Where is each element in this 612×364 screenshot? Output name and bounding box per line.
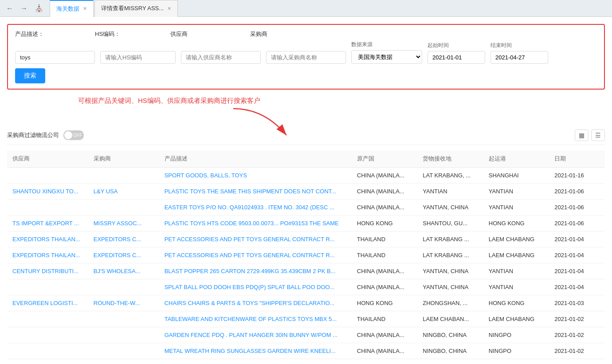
buyer-label: 采购商 [250,30,330,38]
product-input[interactable] [15,51,95,64]
cell-dest: YANTIAN, CHINA [417,263,483,279]
cell-dest: YANTIAN, CHINA [417,279,483,295]
cell-origin: CHINA (MAINLA... [352,263,418,279]
cell-product-link[interactable]: PLASTIC TOYS THE SAME THIS SHIPMENT DOES… [165,188,336,195]
cell-product[interactable]: SPORT GOODS, BALLS, TOYS [159,168,352,184]
cell-product[interactable]: CHAIRS CHAIRS & PARTS & TOYS "SHIPPER'S … [159,295,352,311]
cell-product[interactable]: PLASTIC TOYS THE SAME THIS SHIPMENT DOES… [159,184,352,200]
cell-buyer-link[interactable]: EXPEDITORS C... [94,252,141,258]
cell-supplier[interactable]: EXPEDITORS THAILAN... [7,247,88,263]
cell-supplier [7,343,88,359]
tab-customs-label: 海关数据 [56,5,79,13]
cell-product[interactable]: METAL WREATH RING SUNGLASSES GARDEN WIRE… [159,343,352,359]
cell-date: 2021-01-04 [549,231,605,247]
cell-buyer-link[interactable]: EXPEDITORS C... [94,236,141,243]
forward-button[interactable]: → [18,4,30,12]
list-view-button[interactable]: ☰ [591,129,605,141]
table-header-row: 供应商 采购商 产品描述 原产国 货物接收地 起运港 日期 [7,150,605,168]
cell-buyer [88,279,159,295]
search-button[interactable]: 搜索 [15,68,45,83]
cell-date: 2021-01-06 [549,184,605,200]
tab-customs-close[interactable]: ✕ [83,6,87,12]
cell-port: HONG KONG [483,295,549,311]
filter-right: ▦ ☰ [575,129,605,141]
cell-supplier-link[interactable]: CENTURY DISTRIBUTI... [12,268,78,274]
grid-view-button[interactable]: ▦ [575,129,588,141]
cell-date: 2021-01-04 [549,279,605,295]
table-row: EVERGREEN LOGISTI...ROUND-THE-W...CHAIRS… [7,295,605,311]
cell-product-link[interactable]: EASTER TOYS P/O NO. QA91024933 . ITEM NO… [165,204,334,211]
cell-dest: YANTIAN, CHINA [417,200,483,215]
cell-buyer[interactable]: L&Y USA [88,184,159,200]
toggle-state-label: OFF [73,133,82,138]
cell-buyer [88,343,159,359]
cell-buyer[interactable]: ROUND-THE-W... [88,295,159,311]
cell-product[interactable]: SPLAT BALL POO DOOH EBS PDQ(P) SPLAT BAL… [159,279,352,295]
cell-buyer[interactable]: EXPEDITORS C... [88,247,159,263]
cell-supplier-link[interactable]: SHANTOU XINGXU TO... [12,188,78,195]
cell-supplier[interactable]: CENTURY DISTRIBUTI... [7,263,88,279]
hint-text: 可根据产品关键词、HS编码、供应商或者采购商进行搜索客户 [78,97,260,105]
cell-product-link[interactable]: TABLEWARE AND KITCHENWARE OF PLASTICS TO… [165,316,337,322]
data-source-select[interactable]: 美国海关数据 欧盟海关数据 亚洲海关数据 [351,50,422,64]
data-source-group: 数据来源 美国海关数据 欧盟海关数据 亚洲海关数据 [351,41,422,64]
cell-product-link[interactable]: SPLAT BALL POO DOOH EBS PDQ(P) SPLAT BAL… [165,284,335,290]
cell-date: 2021-01-02 [549,327,605,343]
cell-buyer[interactable]: MISSRY ASSOC... [88,215,159,231]
start-date-input[interactable] [428,51,485,64]
cell-buyer-link[interactable]: ROUND-THE-W... [94,300,140,306]
cell-buyer[interactable]: BJ'S WHOLESA... [88,263,159,279]
table-row: TABLEWARE AND KITCHENWARE OF PLASTICS TO… [7,311,605,327]
cell-supplier[interactable]: EXPEDITORS THAILAN... [7,231,88,247]
cell-supplier[interactable]: SHANTOU XINGXU TO... [7,184,88,200]
cell-product-link[interactable]: GARDEN FENCE PDQ . PLANT HANGER 30IN BUN… [165,332,337,338]
col-header-date: 日期 [549,150,605,168]
cell-product-link[interactable]: PET ACCESSORIES AND PET TOYS GENERAL CON… [165,252,335,258]
cell-origin: CHINA (MAINLA... [352,184,418,200]
tab-detail-close[interactable]: ✕ [167,6,171,12]
cell-origin: HONG KONG [352,215,418,231]
cell-product-link[interactable]: METAL WREATH RING SUNGLASSES GARDEN WIRE… [165,348,336,354]
cell-product[interactable]: TABLEWARE AND KITCHENWARE OF PLASTICS TO… [159,311,352,327]
hint-area: 可根据产品关键词、HS编码、供应商或者采购商进行搜索客户 [7,97,605,119]
cell-dest: NINGBO, CHINA [417,343,483,359]
product-label: 产品描述： [15,30,95,38]
tab-detail[interactable]: 详情查看MISSRY ASS... ✕ [94,0,178,17]
cell-product-link[interactable]: PET ACCESSORIES AND PET TOYS GENERAL CON… [165,236,335,243]
cell-product-link[interactable]: CHAIRS CHAIRS & PARTS & TOYS "SHIPPER'S … [165,300,335,306]
cell-product-link[interactable]: BLAST POPPER 265 CARTON 2729.499KG 35.43… [165,268,336,274]
cell-supplier-link[interactable]: EVERGREEN LOGISTI... [12,300,78,306]
cell-supplier-link[interactable]: EXPEDITORS THAILAN... [12,236,80,243]
cell-supplier[interactable]: TS IMPORT &EXPORT ... [7,215,88,231]
cell-buyer[interactable]: EXPEDITORS C... [88,231,159,247]
cell-supplier [7,168,88,184]
supplier-input[interactable] [181,51,261,64]
home-button[interactable]: ⛪ [32,4,46,12]
cell-product-link[interactable]: PLASTIC TOYS HTS CODE 9503.00.0073... PO… [165,220,339,227]
buyer-input[interactable] [266,51,346,64]
cell-supplier-link[interactable]: TS IMPORT &EXPORT ... [12,220,79,227]
back-button[interactable]: ← [4,4,16,12]
cell-product[interactable]: PLASTIC TOYS HTS CODE 9503.00.0073... PO… [159,215,352,231]
cell-supplier-link[interactable]: EXPEDITORS THAILAN... [12,252,80,258]
cell-product[interactable]: BLAST POPPER 265 CARTON 2729.499KG 35.43… [159,263,352,279]
search-labels-row: 产品描述： HS编码： 供应商 采购商 [15,30,597,38]
cell-buyer-link[interactable]: MISSRY ASSOC... [94,220,142,227]
cell-date: 2021-01-04 [549,263,605,279]
col-header-buyer: 采购商 [88,150,159,168]
cell-dest: LAEM CHABAN... [417,311,483,327]
cell-product[interactable]: PET ACCESSORIES AND PET TOYS GENERAL CON… [159,231,352,247]
filter-toggle[interactable]: OFF [63,130,84,140]
cell-date: 2021-01-06 [549,200,605,215]
table-row: SPORT GOODS, BALLS, TOYSCHINA (MAINLA...… [7,168,605,184]
hs-input[interactable] [100,51,176,64]
end-date-input[interactable] [490,51,548,64]
cell-product-link[interactable]: SPORT GOODS, BALLS, TOYS [165,172,247,179]
cell-buyer-link[interactable]: BJ'S WHOLESA... [94,268,141,274]
cell-buyer-link[interactable]: L&Y USA [94,188,118,195]
cell-product[interactable]: PET ACCESSORIES AND PET TOYS GENERAL CON… [159,247,352,263]
tab-customs[interactable]: 海关数据 ✕ [50,0,94,17]
cell-product[interactable]: GARDEN FENCE PDQ . PLANT HANGER 30IN BUN… [159,327,352,343]
cell-supplier[interactable]: EVERGREEN LOGISTI... [7,295,88,311]
cell-product[interactable]: EASTER TOYS P/O NO. QA91024933 . ITEM NO… [159,200,352,215]
